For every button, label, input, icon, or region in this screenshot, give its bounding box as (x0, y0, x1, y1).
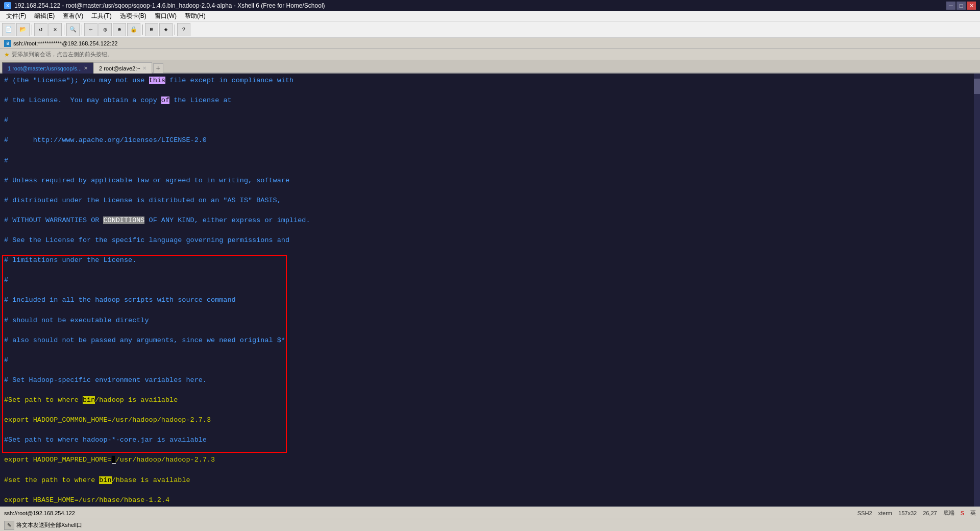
code-line-16: # Set Hadoop-specific environment variab… (4, 375, 976, 385)
session-bar: 🖥 ssh://root:***********@192.168.254.122… (0, 38, 980, 49)
code-line-3: # (4, 115, 976, 126)
tab-1-label: 1 root@master:/usr/sqoop/s... (8, 65, 82, 71)
menu-tools[interactable]: 工具(T) (87, 11, 115, 21)
tab-1[interactable]: 1 root@master:/usr/sqoop/s... ✕ (2, 62, 93, 74)
code-line-4: # http://www.apache.org/licenses/LICENSE… (4, 135, 976, 146)
menu-tabs[interactable]: 选项卡(B) (116, 11, 151, 21)
menu-edit[interactable]: 编辑(E) (30, 11, 59, 21)
menu-bar: 文件(F) 编辑(E) 查看(V) 工具(T) 选项卡(B) 窗口(W) 帮助(… (0, 11, 980, 21)
status-ip: ssh://root@192.168.254.122 (4, 510, 75, 516)
bottom-bar: ✎ 将文本发送到全部Xshell口 (0, 519, 980, 531)
close-button[interactable]: ✕ (967, 2, 976, 10)
title-bar-left: X 192.168.254.122 - root@master:/usr/sqo… (4, 2, 325, 9)
tab-2-close[interactable]: ✕ (142, 65, 146, 71)
maximize-button[interactable]: □ (957, 2, 966, 10)
status-bar: ssh://root@192.168.254.122 SSH2 xterm 15… (0, 506, 980, 519)
menu-file[interactable]: 文件(F) (2, 11, 30, 21)
send-label: 将文本发送到全部Xshell口 (16, 521, 82, 529)
menu-help[interactable]: 帮助(H) (181, 11, 210, 21)
tool7[interactable]: 🔒 (127, 23, 140, 36)
code-line-20: export HADOOP_MAPRED_HOME=█/usr/hadoop/h… (4, 455, 976, 465)
tool4[interactable]: ⇦ (84, 23, 97, 36)
toolbar-sep-5 (175, 25, 175, 35)
status-flag: S (961, 510, 964, 516)
tabs-bar: 1 root@master:/usr/sqoop/s... ✕ 2 root@s… (0, 60, 980, 74)
status-ssh: SSH2 (857, 510, 872, 516)
menu-view[interactable]: 查看(V) (59, 11, 87, 21)
tool6[interactable]: ⊕ (113, 23, 126, 36)
code-line-2: # the License. You may obtain a copy of … (4, 95, 976, 106)
title-bar: X 192.168.254.122 - root@master:/usr/sqo… (0, 0, 980, 11)
code-line-22: export HBASE_HOME=/usr/hbase/hbase-1.2.4 (4, 495, 976, 505)
status-size: 157x32 (898, 510, 917, 516)
scrollbar-thumb[interactable] (974, 79, 980, 94)
status-left: ssh://root@192.168.254.122 (4, 510, 75, 516)
status-mode: 底端 (943, 509, 954, 517)
new-tab-button[interactable]: + (153, 63, 163, 74)
open-button[interactable]: 📂 (16, 23, 30, 36)
code-line-10: # limitations under the License. (4, 255, 976, 266)
code-line-6: # Unless required by applicable law or a… (4, 176, 976, 186)
code-line-13: # should not be executable directly (4, 316, 976, 326)
status-position: 26,27 (923, 510, 937, 516)
search-button[interactable]: 🔍 (66, 23, 80, 36)
refresh-button[interactable]: ↺ (34, 23, 47, 36)
code-line-14: # also should not be passed any argument… (4, 335, 976, 346)
tool9[interactable]: ◈ (159, 23, 173, 36)
notif-text: 要添加到前会话，点击左侧的前头按钮。 (12, 51, 113, 58)
session-icon: 🖥 (4, 40, 11, 47)
terminal-wrapper: # (the "License"); you may not use this … (0, 74, 980, 506)
vertical-scrollbar[interactable] (974, 74, 980, 506)
code-line-17: #Set path to where bin/hadoop is availab… (4, 395, 976, 405)
code-line-18: export HADOOP_COMMON_HOME=/usr/hadoop/ha… (4, 415, 976, 425)
window-controls[interactable]: ─ □ ✕ (946, 2, 976, 10)
tab-2[interactable]: 2 root@slave2:~ ✕ (93, 62, 152, 74)
session-text: ssh://root:***********@192.168.254.122:2… (13, 40, 117, 46)
help-button[interactable]: ? (177, 23, 190, 36)
code-line-7: # distributed under the License is distr… (4, 196, 976, 206)
new-session-button[interactable]: 📄 (2, 23, 15, 36)
code-line-15: # (4, 355, 976, 366)
toolbar: 📄 📂 ↺ ✕ 🔍 ⇦ ◎ ⊕ 🔒 ⊞ ◈ ? (0, 21, 980, 38)
minimize-button[interactable]: ─ (946, 2, 955, 10)
toolbar-sep-3 (82, 25, 82, 35)
status-lang: 英 (970, 509, 976, 517)
notification-bar: ★ 要添加到前会话，点击左侧的前头按钮。 (0, 49, 980, 60)
code-line-11: # (4, 275, 976, 285)
menu-window[interactable]: 窗口(W) (151, 11, 181, 21)
code-line-9: # See the License for the specific langu… (4, 235, 976, 246)
notif-icon: ★ (4, 51, 10, 58)
toolbar-sep-1 (32, 25, 32, 35)
stop-button[interactable]: ✕ (48, 23, 62, 36)
tab-1-close[interactable]: ✕ (84, 65, 88, 71)
code-line-1: # (the "License"); you may not use this … (4, 76, 976, 86)
toolbar-sep-4 (142, 25, 143, 35)
status-right: SSH2 xterm 157x32 26,27 底端 S 英 (857, 509, 976, 517)
status-term: xterm (878, 510, 893, 516)
tab-2-label: 2 root@slave2:~ (99, 65, 140, 71)
terminal-content[interactable]: # (the "License"); you may not use this … (0, 76, 980, 506)
code-line-19: #Set path to where hadoop-*-core.jar is … (4, 435, 976, 445)
code-line-5: # (4, 156, 976, 166)
window-title: 192.168.254.122 - root@master:/usr/sqoop… (14, 2, 325, 9)
code-line-12: # included in all the hadoop scripts wit… (4, 295, 976, 305)
tool8[interactable]: ⊞ (145, 23, 158, 36)
code-line-8: # WITHOUT WARRANTIES OR CONDITIONS OF AN… (4, 215, 976, 226)
tool5[interactable]: ◎ (99, 23, 112, 36)
bottom-icon-1[interactable]: ✎ (4, 521, 14, 530)
toolbar-sep-2 (64, 25, 64, 35)
bottom-icons: ✎ 将文本发送到全部Xshell口 (4, 521, 82, 530)
app-icon: X (4, 2, 11, 9)
code-line-21: #set the path to where bin/hbase is avai… (4, 475, 976, 486)
